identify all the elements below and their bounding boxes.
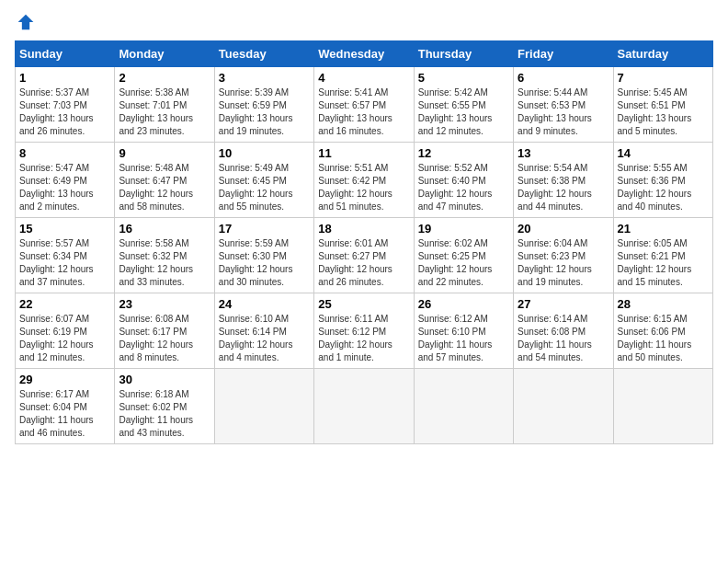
day-number: 26 [418,297,509,311]
calendar-day: 22Sunrise: 6:07 AM Sunset: 6:19 PM Dayli… [16,293,115,369]
calendar-day: 8Sunrise: 5:47 AM Sunset: 6:49 PM Daylig… [16,143,115,218]
day-info: Sunrise: 5:54 AM Sunset: 6:38 PM Dayligh… [518,162,609,213]
day-number: 3 [219,71,310,85]
calendar-day: 29Sunrise: 6:17 AM Sunset: 6:04 PM Dayli… [16,369,115,444]
svg-marker-0 [18,15,34,30]
calendar-day: 10Sunrise: 5:49 AM Sunset: 6:45 PM Dayli… [214,143,313,218]
day-info: Sunrise: 5:59 AM Sunset: 6:30 PM Dayligh… [219,237,310,289]
day-number: 29 [19,373,110,386]
day-info: Sunrise: 6:11 AM Sunset: 6:12 PM Dayligh… [318,313,409,364]
calendar-header-row: SundayMondayTuesdayWednesdayThursdayFrid… [16,41,713,67]
calendar-header-monday: Monday [115,41,214,67]
day-number: 14 [618,146,709,160]
day-info: Sunrise: 6:07 AM Sunset: 6:19 PM Dayligh… [19,313,110,364]
day-info: Sunrise: 6:18 AM Sunset: 6:02 PM Dayligh… [119,388,210,440]
calendar-day: 1Sunrise: 5:37 AM Sunset: 7:03 PM Daylig… [16,67,115,143]
day-info: Sunrise: 6:05 AM Sunset: 6:21 PM Dayligh… [618,237,709,289]
day-info: Sunrise: 6:04 AM Sunset: 6:23 PM Dayligh… [518,237,609,289]
calendar-week-1: 1Sunrise: 5:37 AM Sunset: 7:03 PM Daylig… [16,67,713,143]
day-info: Sunrise: 6:02 AM Sunset: 6:25 PM Dayligh… [418,237,509,289]
calendar-day: 24Sunrise: 6:10 AM Sunset: 6:14 PM Dayli… [214,293,313,369]
calendar-day: 4Sunrise: 5:41 AM Sunset: 6:57 PM Daylig… [314,67,414,143]
day-number: 12 [418,146,509,160]
day-info: Sunrise: 5:47 AM Sunset: 6:49 PM Dayligh… [19,162,110,213]
day-info: Sunrise: 5:48 AM Sunset: 6:47 PM Dayligh… [119,162,210,213]
calendar-day: 25Sunrise: 6:11 AM Sunset: 6:12 PM Dayli… [314,293,414,369]
calendar-day: 16Sunrise: 5:58 AM Sunset: 6:32 PM Dayli… [115,218,214,293]
day-number: 27 [518,297,609,311]
calendar-day [414,369,513,444]
day-number: 20 [518,222,609,236]
day-number: 13 [518,146,609,160]
calendar-header-thursday: Thursday [414,41,513,67]
day-number: 19 [418,222,509,236]
day-number: 28 [618,297,709,311]
day-number: 30 [119,373,210,386]
day-info: Sunrise: 5:42 AM Sunset: 6:55 PM Dayligh… [418,86,509,138]
day-info: Sunrise: 5:55 AM Sunset: 6:36 PM Dayligh… [618,162,709,213]
logo [15,15,35,33]
calendar-day [613,369,712,444]
day-info: Sunrise: 6:10 AM Sunset: 6:14 PM Dayligh… [219,313,310,364]
calendar-day: 30Sunrise: 6:18 AM Sunset: 6:02 PM Dayli… [115,369,214,444]
day-info: Sunrise: 5:41 AM Sunset: 6:57 PM Dayligh… [318,86,409,138]
day-number: 16 [119,222,210,236]
day-info: Sunrise: 5:45 AM Sunset: 6:51 PM Dayligh… [618,86,709,138]
day-info: Sunrise: 6:01 AM Sunset: 6:27 PM Dayligh… [318,237,409,289]
day-info: Sunrise: 5:49 AM Sunset: 6:45 PM Dayligh… [219,162,310,213]
calendar-day: 23Sunrise: 6:08 AM Sunset: 6:17 PM Dayli… [115,293,214,369]
day-number: 2 [119,71,210,85]
logo-icon [17,13,35,31]
day-number: 1 [19,71,110,85]
calendar-day [514,369,613,444]
calendar-day: 21Sunrise: 6:05 AM Sunset: 6:21 PM Dayli… [613,218,712,293]
calendar-day: 28Sunrise: 6:15 AM Sunset: 6:06 PM Dayli… [613,293,712,369]
calendar-header-friday: Friday [514,41,613,67]
day-number: 15 [19,222,110,236]
calendar-day: 9Sunrise: 5:48 AM Sunset: 6:47 PM Daylig… [115,143,214,218]
calendar-table: SundayMondayTuesdayWednesdayThursdayFrid… [15,40,713,444]
calendar-week-4: 22Sunrise: 6:07 AM Sunset: 6:19 PM Dayli… [16,293,713,369]
calendar-header-tuesday: Tuesday [214,41,313,67]
calendar-day [214,369,313,444]
calendar-day: 13Sunrise: 5:54 AM Sunset: 6:38 PM Dayli… [514,143,613,218]
day-number: 9 [119,146,210,160]
day-info: Sunrise: 6:12 AM Sunset: 6:10 PM Dayligh… [418,313,509,364]
day-number: 25 [318,297,409,311]
calendar-day: 11Sunrise: 5:51 AM Sunset: 6:42 PM Dayli… [314,143,414,218]
calendar-day: 7Sunrise: 5:45 AM Sunset: 6:51 PM Daylig… [613,67,712,143]
calendar-week-3: 15Sunrise: 5:57 AM Sunset: 6:34 PM Dayli… [16,218,713,293]
day-info: Sunrise: 5:37 AM Sunset: 7:03 PM Dayligh… [19,86,110,138]
calendar-day: 12Sunrise: 5:52 AM Sunset: 6:40 PM Dayli… [414,143,513,218]
day-number: 6 [518,71,609,85]
day-info: Sunrise: 5:58 AM Sunset: 6:32 PM Dayligh… [119,237,210,289]
day-number: 11 [318,146,409,160]
calendar-day: 19Sunrise: 6:02 AM Sunset: 6:25 PM Dayli… [414,218,513,293]
day-number: 8 [19,146,110,160]
calendar-day: 15Sunrise: 5:57 AM Sunset: 6:34 PM Dayli… [16,218,115,293]
day-number: 7 [618,71,709,85]
calendar-header-wednesday: Wednesday [314,41,414,67]
calendar-day: 20Sunrise: 6:04 AM Sunset: 6:23 PM Dayli… [514,218,613,293]
day-info: Sunrise: 5:44 AM Sunset: 6:53 PM Dayligh… [518,86,609,138]
day-info: Sunrise: 6:17 AM Sunset: 6:04 PM Dayligh… [19,388,110,440]
calendar-day [314,369,414,444]
day-info: Sunrise: 5:39 AM Sunset: 6:59 PM Dayligh… [219,86,310,138]
day-number: 5 [418,71,509,85]
day-info: Sunrise: 6:08 AM Sunset: 6:17 PM Dayligh… [119,313,210,364]
calendar-day: 14Sunrise: 5:55 AM Sunset: 6:36 PM Dayli… [613,143,712,218]
day-info: Sunrise: 5:38 AM Sunset: 7:01 PM Dayligh… [119,86,210,138]
day-number: 21 [618,222,709,236]
calendar-day: 27Sunrise: 6:14 AM Sunset: 6:08 PM Dayli… [514,293,613,369]
calendar-day: 6Sunrise: 5:44 AM Sunset: 6:53 PM Daylig… [514,67,613,143]
day-number: 17 [219,222,310,236]
calendar-header-sunday: Sunday [16,41,115,67]
calendar-header-saturday: Saturday [613,41,712,67]
calendar-day: 18Sunrise: 6:01 AM Sunset: 6:27 PM Dayli… [314,218,414,293]
page-header [15,15,713,33]
calendar-day: 5Sunrise: 5:42 AM Sunset: 6:55 PM Daylig… [414,67,513,143]
day-info: Sunrise: 5:57 AM Sunset: 6:34 PM Dayligh… [19,237,110,289]
day-number: 4 [318,71,409,85]
day-number: 10 [219,146,310,160]
calendar-day: 2Sunrise: 5:38 AM Sunset: 7:01 PM Daylig… [115,67,214,143]
